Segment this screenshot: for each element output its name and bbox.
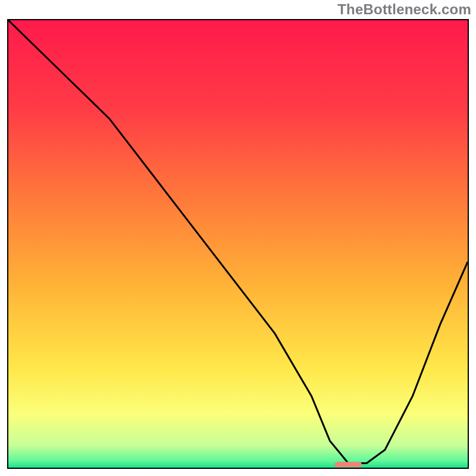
watermark-text: TheBottleneck.com [337,1,471,18]
chart-container: TheBottleneck.com [0,0,476,476]
optimal-region-marker [334,462,362,467]
plot-area [8,20,468,468]
